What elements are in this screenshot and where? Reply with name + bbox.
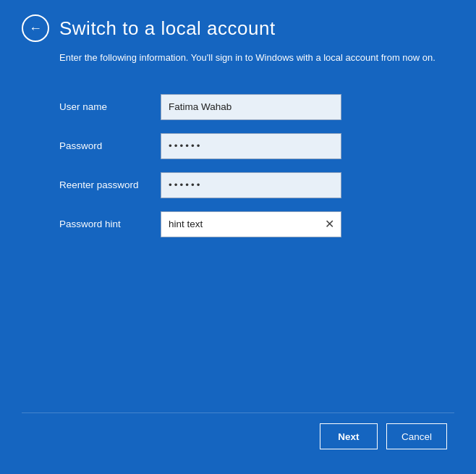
reenter-label: Reenter password bbox=[59, 179, 161, 190]
page-title: Switch to a local account bbox=[59, 17, 276, 40]
reenter-password-input[interactable] bbox=[161, 172, 341, 198]
password-label: Password bbox=[59, 140, 161, 151]
username-input[interactable] bbox=[161, 94, 341, 120]
header: ← Switch to a local account bbox=[22, 14, 454, 42]
username-row: User name bbox=[59, 94, 454, 120]
hint-input-wrapper: ✕ bbox=[161, 211, 341, 237]
back-arrow-icon: ← bbox=[29, 22, 42, 35]
cancel-button[interactable]: Cancel bbox=[386, 423, 447, 449]
hint-row: Password hint ✕ bbox=[59, 211, 454, 237]
next-button[interactable]: Next bbox=[320, 423, 378, 449]
hint-label: Password hint bbox=[59, 219, 161, 229]
reenter-row: Reenter password bbox=[59, 172, 454, 198]
hint-input[interactable] bbox=[161, 211, 341, 237]
page-container: ← Switch to a local account Enter the fo… bbox=[0, 0, 476, 474]
form-area: User name Password Reenter password Pass… bbox=[59, 94, 454, 237]
bottom-bar: Next Cancel bbox=[22, 412, 454, 460]
password-row: Password bbox=[59, 133, 454, 159]
password-input[interactable] bbox=[161, 133, 341, 159]
spacer bbox=[22, 237, 454, 406]
subtitle-text: Enter the following information. You'll … bbox=[59, 51, 435, 65]
back-button[interactable]: ← bbox=[22, 14, 49, 42]
hint-clear-button[interactable]: ✕ bbox=[322, 217, 337, 232]
username-label: User name bbox=[59, 101, 161, 112]
